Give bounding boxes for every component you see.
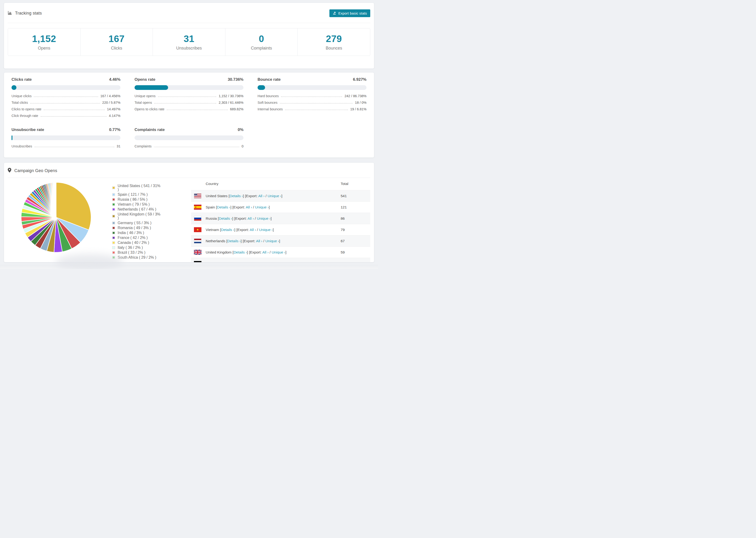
stat-label: Bounces	[326, 46, 342, 51]
metric-row: Soft bounces 18 / 0%	[257, 101, 366, 104]
export-all-link[interactable]: All ›	[251, 261, 258, 262]
geo-table-header-row: Country Total	[191, 178, 370, 190]
row-total: 55	[341, 258, 370, 262]
details-link[interactable]: Details ›	[234, 250, 247, 254]
dotted-leader	[167, 110, 228, 110]
export-unique-link[interactable]: Unique ›	[268, 194, 282, 198]
rate-section: Unsubscribe rate 0.77% Unsubscribes 31	[12, 128, 121, 151]
legend-item: Spain ( 121 / 7% )	[112, 193, 162, 196]
legend-swatch	[112, 256, 115, 259]
details-link[interactable]: Details ›	[219, 216, 232, 220]
metric-value: 18 / 0%	[355, 101, 366, 104]
geo-header: Campaign Geo Opens	[8, 163, 370, 178]
dotted-leader	[34, 96, 98, 97]
page-background-band	[0, 265, 378, 269]
country-name: United States	[206, 194, 228, 198]
metric-row: Opens to clicks rate 689.82%	[135, 107, 243, 111]
metric-label: Hard bounces	[257, 94, 279, 98]
export-icon	[333, 11, 336, 16]
metric-label: Clicks to opens rate	[12, 107, 41, 111]
details-link[interactable]: Details ›	[223, 261, 236, 262]
legend-swatch	[112, 237, 115, 239]
rate-title: Opens rate	[135, 77, 155, 82]
export-all-link[interactable]: All ›	[258, 194, 265, 198]
legend-item: Vietnam ( 79 / 5% )	[112, 202, 162, 206]
legend-swatch	[112, 198, 115, 201]
country-flag	[191, 247, 201, 258]
export-all-link[interactable]: All ›	[246, 205, 252, 209]
metric-row: Unique clicks 167 / 4.456%	[12, 94, 121, 98]
export-basic-stats-button[interactable]: Export basic stats	[329, 9, 370, 17]
rate-section: Opens rate 30.736% Unique opens 1,152 / …	[135, 77, 243, 120]
stat-value: 0	[259, 33, 264, 44]
export-all-link[interactable]: All ›	[256, 239, 262, 243]
column-header-country: Country	[191, 178, 341, 190]
metric-value: 0	[242, 144, 243, 148]
geo-table-wrap: Country Total United States [Details ›] …	[191, 178, 370, 262]
legend-item: Russia ( 86 / 5% )	[112, 198, 162, 201]
progress-fill	[135, 85, 168, 90]
rate-value: 4.46%	[109, 77, 121, 82]
export-unique-link[interactable]: Unique ›	[261, 261, 274, 262]
dotted-leader	[154, 147, 239, 147]
stats-summary-row: 1,152 Opens 167 Clicks 31 Unsubscribes 0…	[8, 28, 370, 56]
export-unique-link[interactable]: Unique ›	[255, 205, 269, 209]
metric-row: Total opens 2,303 / 61.446%	[135, 101, 243, 104]
legend-item: Brazil ( 33 / 2% )	[112, 251, 162, 254]
legend-swatch	[112, 227, 115, 229]
country-name: Russia	[206, 216, 217, 220]
details-link[interactable]: Details ›	[221, 228, 234, 232]
country-name: Germany	[206, 261, 221, 262]
rate-section: Complaints rate 0% Complaints 0	[135, 128, 243, 151]
country-flag	[191, 213, 201, 224]
legend-swatch	[112, 222, 115, 224]
details-link[interactable]: Details ›	[217, 205, 230, 209]
legend-item: Netherlands ( 67 / 4% )	[112, 207, 162, 211]
export-unique-link[interactable]: Unique ›	[265, 239, 279, 243]
row-total: 67	[341, 236, 370, 247]
export-all-link[interactable]: All ›	[250, 228, 256, 232]
legend-swatch	[112, 241, 115, 244]
country-name: Netherlands	[206, 239, 225, 243]
legend-item: Romania ( 49 / 3% )	[112, 226, 162, 230]
geo-body: United States ( 541 / 31% ) Spain ( 121 …	[4, 178, 374, 262]
export-all-link[interactable]: All ›	[262, 250, 269, 254]
dotted-leader	[158, 96, 216, 97]
progress-fill	[257, 85, 265, 90]
table-row: Germany [Details ›] [Export: All › / Uni…	[191, 258, 370, 262]
country-name: Spain	[206, 205, 215, 209]
legend-label: Germany ( 55 / 3% )	[118, 221, 151, 225]
country-name: United Kingdom	[206, 250, 232, 254]
metric-row: Complaints 0	[135, 144, 243, 148]
metric-label: Click through rate	[12, 114, 38, 118]
tracking-stats-header: Tracking stats Export basic stats	[8, 3, 370, 23]
table-row: United States [Details ›] [Export: All ›…	[191, 190, 370, 202]
details-link[interactable]: Details ›	[230, 194, 243, 198]
metric-value: 1,152 / 30.736%	[219, 94, 243, 98]
metric-label: Internal bounces	[257, 107, 283, 111]
export-unique-link[interactable]: Unique ›	[272, 250, 286, 254]
details-link[interactable]: Details ›	[227, 239, 241, 243]
progress-bar	[12, 135, 121, 140]
dotted-leader	[30, 103, 100, 103]
export-all-link[interactable]: All ›	[247, 216, 254, 220]
export-unique-link[interactable]: Unique ›	[259, 228, 273, 232]
country-flag	[191, 190, 201, 202]
legend-label: Canada ( 40 / 2% )	[118, 241, 149, 244]
metric-label: Soft bounces	[257, 101, 278, 104]
progress-bar	[12, 85, 121, 90]
metric-row: Total clicks 220 / 5.87%	[12, 101, 121, 104]
legend-label: United Kingdom ( 59 / 3% )	[118, 212, 162, 220]
legend-swatch	[112, 232, 115, 234]
legend-swatch	[112, 215, 115, 218]
legend-label: Italy ( 36 / 2% )	[118, 246, 143, 249]
table-row: Russia [Details ›] [Export: All › / Uniq…	[191, 213, 370, 224]
stat-value: 31	[184, 33, 194, 44]
rate-value: 0.77%	[109, 128, 121, 132]
export-unique-link[interactable]: Unique ›	[257, 216, 271, 220]
legend-item: United States ( 541 / 31% )	[112, 184, 162, 191]
rate-title: Clicks rate	[12, 77, 32, 82]
pie-legend: United States ( 541 / 31% ) Spain ( 121 …	[103, 178, 162, 262]
legend-item: Italy ( 36 / 2% )	[112, 246, 162, 249]
table-row: Netherlands [Details ›] [Export: All › /…	[191, 236, 370, 247]
